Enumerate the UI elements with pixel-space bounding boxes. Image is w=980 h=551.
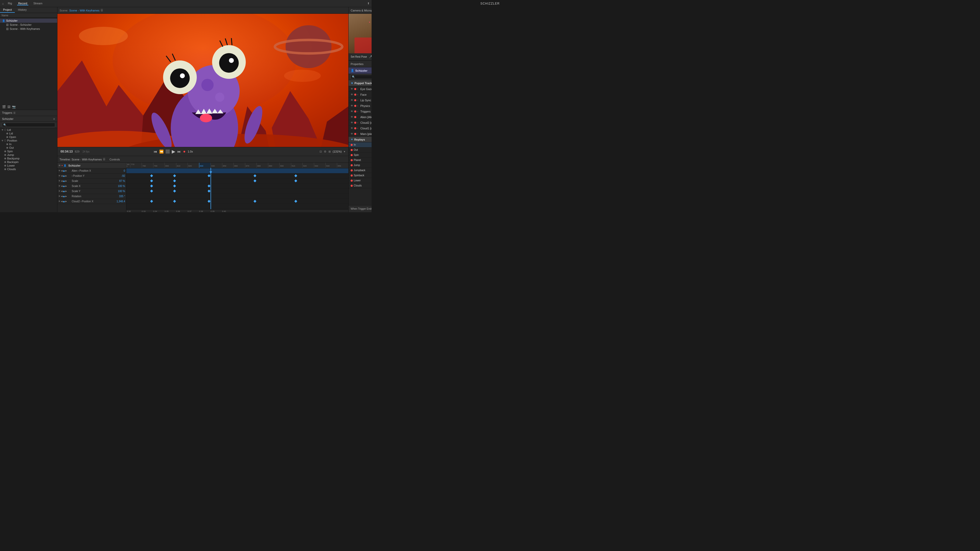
- replay-item-lower[interactable]: Lower 3.6s: [348, 178, 372, 183]
- behavior-alien[interactable]: 👁 Alien [Alien] ☰: [348, 114, 372, 120]
- vis-icon-rot[interactable]: 👁: [59, 195, 60, 197]
- behavior-triggers[interactable]: 👁 › Triggers ☰: [348, 109, 372, 114]
- tl-row-track-scaley[interactable]: [126, 194, 348, 199]
- zoom-dropdown-icon[interactable]: ▾: [344, 150, 345, 153]
- mic-icon[interactable]: 🎤: [369, 55, 372, 59]
- kf-diamond-icon-y[interactable]: ◆: [63, 175, 65, 177]
- nav-left-scaley[interactable]: ◀: [61, 190, 62, 192]
- kf-diamond-scaley[interactable]: ◆: [63, 190, 65, 192]
- kf-diamond-icon[interactable]: ◆: [63, 170, 65, 172]
- behavior-mars[interactable]: 👁 › Mars [planet] ☰: [348, 131, 372, 137]
- trigger-lower[interactable]: ◉ Lower: [0, 164, 57, 167]
- vis-cloud1[interactable]: 👁: [351, 127, 354, 130]
- tab-record[interactable]: Record: [17, 2, 28, 5]
- properties-search-input[interactable]: [351, 75, 372, 79]
- tree-item-schizzler[interactable]: 👤 Schizzler: [0, 19, 57, 23]
- tl-row-track-rotation[interactable]: [126, 199, 348, 204]
- play-button[interactable]: ▶: [172, 149, 175, 154]
- trigger-lid-item[interactable]: ◉ Lid: [0, 132, 57, 135]
- behavior-eye-gaze[interactable]: 👁 › Eye Gaze ☰: [348, 86, 372, 92]
- trigger-position-group[interactable]: ▼ ⬡ Position: [0, 139, 57, 142]
- replay-item-jumpback[interactable]: Jumpback 3.7s: [348, 168, 372, 173]
- behavior-face[interactable]: 👁 › Face ☰: [348, 92, 372, 97]
- trigger-lid-group[interactable]: ▼ ⬡ Lid: [0, 128, 57, 132]
- record-button[interactable]: ●: [183, 149, 186, 154]
- replay-item-jump[interactable]: Jump 1.2s: [348, 163, 372, 168]
- behavior-cloud2[interactable]: 👁 › Cloud2 [cloud1] ☰: [348, 120, 372, 125]
- trigger-backspin[interactable]: ◉ Backspin: [0, 160, 57, 164]
- vis-alien[interactable]: 👁: [351, 116, 354, 118]
- tab-stream[interactable]: Stream: [32, 2, 43, 5]
- back-frame-button[interactable]: ⏪: [159, 149, 164, 154]
- settings-icon[interactable]: ⚙: [324, 150, 326, 153]
- vis-triggers[interactable]: 👁: [351, 110, 354, 113]
- nav-left-rot[interactable]: ◀: [61, 195, 62, 197]
- trigger-open-item[interactable]: ◉ Open: [0, 135, 57, 139]
- kf-diamond-scale[interactable]: ◆: [63, 180, 65, 183]
- behavior-lip-sync[interactable]: 👁 › Lip Sync ☰: [348, 97, 372, 103]
- film-icon[interactable]: 🎬: [2, 105, 6, 109]
- trigger-jump[interactable]: ◉ Jump: [0, 153, 57, 157]
- replay-item-spinback[interactable]: Spinback 2s: [348, 173, 372, 178]
- behavior-physics[interactable]: 👁 › Physics ☰: [348, 103, 372, 109]
- behavior-cloud1[interactable]: 👁 › Cloud1 [cloud2] ☰: [348, 125, 372, 131]
- tl-row-track-posx[interactable]: [126, 173, 348, 179]
- nav-left-scalex[interactable]: ◀: [61, 185, 62, 187]
- add-trigger-button[interactable]: +: [53, 117, 55, 121]
- trigger-clouds[interactable]: ◉ Clouds: [0, 167, 57, 171]
- kf-diamond-cloud[interactable]: ◆: [63, 200, 65, 203]
- tree-item-scene-schizzler[interactable]: 🖼 Scene - Schizzler: [0, 23, 57, 27]
- kf-diamond-scalex[interactable]: ◆: [63, 185, 65, 187]
- export-icon[interactable]: ⬆: [367, 2, 369, 5]
- vis-eye-gaze[interactable]: 👁: [351, 87, 354, 90]
- stop-button[interactable]: [165, 149, 170, 154]
- play-loop-button[interactable]: ⏭: [177, 149, 181, 154]
- timeline-right[interactable]: 60 770 780 790 800 810 820 830 840 850 8…: [126, 163, 348, 212]
- home-icon[interactable]: ⌂: [2, 2, 4, 5]
- rewind-button[interactable]: ⏮: [154, 149, 157, 154]
- puppet-track-behaviors-header[interactable]: ▼ Puppet Track Behaviors 👤: [348, 80, 372, 86]
- tl-row-track-posy[interactable]: [126, 179, 348, 184]
- replay-item-planet[interactable]: Planet 6.1s: [348, 158, 372, 163]
- vis-icon-scale[interactable]: 👁: [59, 180, 60, 182]
- vis-lip-sync[interactable]: 👁: [351, 99, 354, 102]
- triggers-menu-icon[interactable]: ☰: [13, 111, 16, 114]
- nav-right-scale[interactable]: ▶: [65, 180, 67, 182]
- image-icon[interactable]: 🖼: [7, 105, 11, 109]
- vis-face[interactable]: 👁: [351, 93, 354, 96]
- vis-cloud2[interactable]: 👁: [351, 121, 354, 124]
- fit-view-icon[interactable]: ⊡: [320, 150, 322, 153]
- controls-tab[interactable]: Controls: [110, 158, 120, 161]
- trigger-backjump[interactable]: ◉ Backjump: [0, 157, 57, 160]
- tab-project[interactable]: Project: [0, 7, 15, 13]
- nav-right-scalex[interactable]: ▶: [65, 185, 67, 187]
- nav-right-cloud[interactable]: ▶: [65, 200, 67, 203]
- trigger-spin[interactable]: ◉ Spin: [0, 149, 57, 153]
- replay-item-spin[interactable]: Spin 0.9s: [348, 152, 372, 158]
- vis-mars[interactable]: 👁: [351, 132, 354, 135]
- kf-diamond-rot[interactable]: ◆: [63, 195, 65, 198]
- timeline-menu-icon[interactable]: ☰: [103, 158, 105, 161]
- set-rest-pose-button[interactable]: Set Rest Pose: [351, 56, 367, 58]
- vis-icon-cloud[interactable]: 👁: [59, 200, 60, 203]
- nav-right-icon-y[interactable]: ▶: [65, 175, 67, 177]
- tab-history[interactable]: History: [15, 7, 30, 13]
- trigger-in-item[interactable]: ◉ In: [0, 142, 57, 146]
- nav-left-icon-y[interactable]: ◀: [61, 175, 62, 177]
- trigger-out-item[interactable]: ◉ Out: [0, 146, 57, 149]
- nav-left-icon[interactable]: ◀: [61, 170, 62, 172]
- vis-icon-row[interactable]: 👁: [59, 170, 60, 172]
- scene-name[interactable]: Scene - With Keyframes: [69, 9, 100, 12]
- nav-right-scaley[interactable]: ▶: [65, 190, 67, 192]
- camera-icon-left[interactable]: 📷: [12, 105, 16, 109]
- trigger-search-input[interactable]: [2, 123, 55, 127]
- nav-left-scale[interactable]: ◀: [61, 180, 62, 182]
- nav-right-rot[interactable]: ▶: [65, 195, 67, 197]
- nav-right-icon[interactable]: ▶: [65, 170, 67, 172]
- vis-icon-row-y[interactable]: 👁: [59, 175, 60, 177]
- tree-item-scene-keyframes[interactable]: 🖼 Scene - With Keyframes: [0, 27, 57, 31]
- replay-item-out[interactable]: Out 2.9s: [348, 148, 372, 152]
- replays-header[interactable]: ▼ Replays: [348, 137, 372, 142]
- replay-item-clouds[interactable]: Clouds 87.9s: [348, 183, 372, 188]
- vis-physics[interactable]: 👁: [351, 104, 354, 107]
